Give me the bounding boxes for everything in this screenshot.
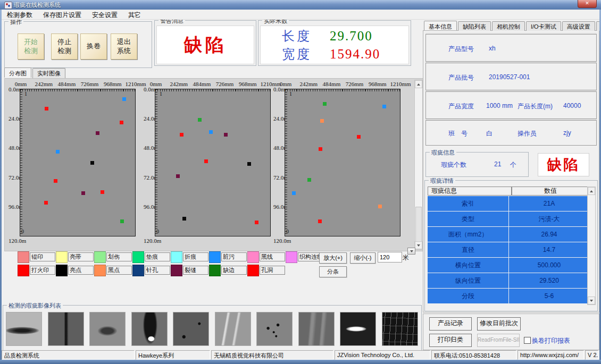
- right-tab-5[interactable]: 高级设置: [562, 21, 595, 31]
- operation-group: 操作 开始 检测停止 检测换卷退出 系统: [4, 21, 152, 68]
- distribution-plot-area: 0mm242mm484mm726mm968mm1210mm0.0m24.0m48…: [4, 78, 423, 251]
- window-title: 瑕疵在线检测系统: [0, 0, 601, 10]
- defect-point: [81, 191, 85, 195]
- defect-point: [182, 217, 186, 221]
- menu-item-3[interactable]: 安全设置: [87, 10, 123, 19]
- table-scroll-up-button[interactable]: [588, 187, 595, 195]
- window-border-bottom: [0, 360, 601, 364]
- product-model-box: 产品型号 xh: [425, 34, 597, 62]
- defect-thumbnail-6[interactable]: [215, 312, 251, 346]
- legend-label: 打火印: [30, 266, 55, 275]
- defect-point: [122, 97, 126, 101]
- legend-swatch: [56, 265, 68, 276]
- defect-point: [204, 159, 208, 163]
- view-tab-1[interactable]: 分布图: [4, 67, 31, 78]
- table-cell-value: 500.000: [509, 258, 589, 273]
- defect-point: [176, 174, 180, 178]
- title-bar: 瑕疵在线检测系统 ✕: [0, 0, 601, 10]
- table-cell-info: 类型: [428, 211, 508, 226]
- table-scrollbar[interactable]: [587, 187, 596, 305]
- defect-point: [180, 133, 183, 137]
- exit-system-button[interactable]: 退出 系统: [111, 33, 137, 60]
- right-tab-3[interactable]: 相机控制: [492, 21, 525, 31]
- right-tab-4[interactable]: I/O卡测试: [526, 21, 561, 31]
- triangle-up-icon: [417, 83, 420, 86]
- product-length-value: 40000: [563, 102, 581, 109]
- width-label: 宽度: [282, 46, 330, 63]
- print-classify-button[interactable]: 打印归类: [429, 334, 472, 347]
- product-record-button[interactable]: 产品记录: [429, 317, 472, 331]
- meters-group: 实际米数 长度 29.700 宽度 1594.90: [258, 20, 411, 66]
- split-strip-button[interactable]: 分条: [319, 266, 347, 277]
- print-on-roll-change-checkbox[interactable]: [524, 337, 531, 344]
- defect-count-unit: 个: [510, 160, 516, 170]
- defect-count-value: 21: [494, 160, 501, 168]
- legend-label: 辊印: [30, 252, 55, 261]
- table-row[interactable]: 类型污渍-大: [428, 211, 589, 226]
- scroll-up-button[interactable]: [415, 80, 422, 88]
- defect-thumbnail-7[interactable]: [256, 312, 293, 346]
- plot-panel-2: 0mm242mm484mm726mm968mm1210mm0.0m24.0m48…: [143, 80, 280, 249]
- plot-box: 10: [155, 89, 271, 236]
- legend-label: 划伤: [106, 252, 132, 261]
- table-scroll-down-button[interactable]: [588, 297, 595, 304]
- zoom-in-button[interactable]: 放大(+): [319, 252, 347, 264]
- meters-unit-label: 米: [403, 253, 409, 263]
- defect-thumbnail-1[interactable]: [6, 312, 42, 346]
- warning-group: 警告消息 缺陷: [154, 20, 256, 66]
- defect-thumbnail-3[interactable]: [89, 312, 126, 346]
- defect-thumbnail-5[interactable]: [173, 312, 209, 346]
- defect-thumbnail-2[interactable]: [48, 312, 84, 346]
- window-border-left: [0, 0, 2, 364]
- modify-batch-button[interactable]: 修改目前批次: [477, 317, 521, 331]
- table-cell-info: 横向位置: [428, 258, 508, 273]
- read-from-file-button: ReadFromFile-SIM: [477, 334, 520, 347]
- table-row[interactable]: 直径14.7: [428, 242, 589, 257]
- table-cell-value: 29.520: [509, 273, 589, 288]
- scroll-down-button[interactable]: [415, 241, 422, 249]
- triangle-down-icon: [590, 300, 593, 302]
- right-tab-1[interactable]: 基本信息: [424, 21, 457, 30]
- close-button[interactable]: ✕: [578, 0, 597, 8]
- legend-label: 孔洞: [260, 266, 285, 275]
- table-row[interactable]: 面积（mm2）26.94: [428, 227, 589, 242]
- legend-swatch: [18, 265, 29, 276]
- start-detect-button[interactable]: 开始 检测: [18, 33, 44, 60]
- view-tab-2[interactable]: 实时图像: [32, 68, 65, 78]
- table-row[interactable]: 纵向位置29.520: [428, 273, 589, 288]
- defect-point: [292, 191, 296, 195]
- menu-item-2[interactable]: 保存图片设置: [38, 10, 87, 19]
- table-row[interactable]: 分段5-6: [428, 289, 589, 303]
- stop-detect-button[interactable]: 停止 检测: [51, 33, 78, 60]
- defect-thumbnail-8[interactable]: [298, 312, 335, 346]
- scrollbar-thumb[interactable]: [415, 207, 422, 242]
- right-tab-2[interactable]: 缺陷列表: [458, 21, 491, 31]
- change-roll-button[interactable]: 换卷: [80, 33, 107, 60]
- legend-label: 黑线: [260, 252, 285, 261]
- x-tick-label: 968mm: [237, 81, 258, 87]
- x-tick-label: 242mm: [33, 81, 54, 87]
- right-tab-bar: 基本信息缺陷列表相机控制I/O卡测试高级设置运行状态信息: [424, 21, 601, 31]
- table-row[interactable]: 索引21A: [428, 196, 589, 211]
- shift-value: 白: [486, 129, 493, 138]
- table-cell-info: 索引: [428, 196, 508, 211]
- defect-thumbnail-10[interactable]: [382, 312, 418, 346]
- dropdown-button[interactable]: [407, 248, 415, 255]
- status-cell-4: JZVision Technology Co., Ltd.: [335, 350, 430, 360]
- plot-scrollbar[interactable]: [414, 80, 423, 250]
- defect-point: [382, 105, 386, 108]
- meters-range-input[interactable]: [378, 252, 402, 263]
- menu-item-4[interactable]: 其它: [123, 10, 146, 19]
- menu-item-1[interactable]: 检测参数: [2, 10, 38, 19]
- x-tick-label: 242mm: [168, 81, 189, 87]
- table-row[interactable]: 横向位置500.000: [428, 258, 589, 273]
- length-label: 长度: [282, 28, 330, 45]
- defect-thumbnail-4[interactable]: [131, 312, 168, 346]
- axis-corner-label: 1: [160, 91, 162, 97]
- defect-thumbnail-9[interactable]: [340, 312, 376, 346]
- product-size-box: 产品宽度 1000 mm 产品长度(m) 40000: [425, 91, 597, 119]
- zoom-out-button[interactable]: 缩小(-): [350, 252, 375, 264]
- legend-swatch: [209, 251, 221, 263]
- warning-message-box: 缺陷: [156, 26, 254, 64]
- legend-label: 裂缝: [183, 266, 208, 275]
